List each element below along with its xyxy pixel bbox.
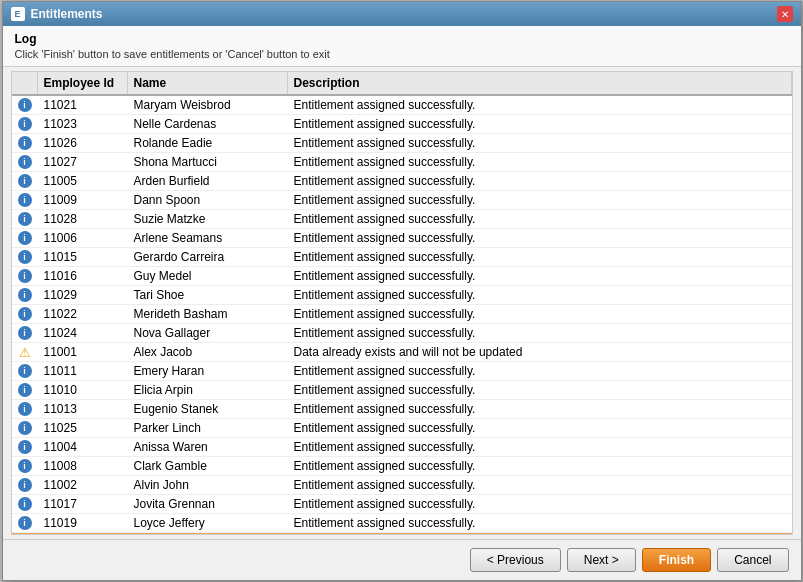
- employee-id-cell: 11022: [38, 305, 128, 323]
- next-button[interactable]: Next >: [567, 548, 636, 572]
- description-cell: Entitlement assigned successfully.: [288, 96, 792, 114]
- employee-id-cell: 11026: [38, 134, 128, 152]
- log-title: Log: [15, 32, 789, 46]
- info-icon: i: [18, 459, 32, 473]
- name-cell: Parker Linch: [128, 419, 288, 437]
- dialog-title: Entitlements: [31, 7, 103, 21]
- table-row: i11004Anissa WarenEntitlement assigned s…: [12, 438, 792, 457]
- table-row: i11011Emery HaranEntitlement assigned su…: [12, 362, 792, 381]
- table-row: i11009Dann SpoonEntitlement assigned suc…: [12, 191, 792, 210]
- table-row: i11025Parker LinchEntitlement assigned s…: [12, 419, 792, 438]
- log-section: Log Click 'Finish' button to save entitl…: [3, 26, 801, 67]
- table-row: i11029Tari ShoeEntitlement assigned succ…: [12, 286, 792, 305]
- name-cell: Shona Martucci: [128, 153, 288, 171]
- employee-id-cell: 11005: [38, 172, 128, 190]
- employee-id-cell: 11011: [38, 362, 128, 380]
- table-row: i11022Merideth BashamEntitlement assigne…: [12, 305, 792, 324]
- employee-id-cell: 11029: [38, 286, 128, 304]
- name-cell: Arden Burfield: [128, 172, 288, 190]
- table-header: Employee Id Name Description: [12, 72, 792, 96]
- cancel-button[interactable]: Cancel: [717, 548, 788, 572]
- info-icon: i: [18, 364, 32, 378]
- entitlements-dialog: E Entitlements ✕ Log Click 'Finish' butt…: [2, 1, 802, 581]
- name-cell: Anissa Waren: [128, 438, 288, 456]
- name-cell: Emery Haran: [128, 362, 288, 380]
- info-icon: i: [18, 174, 32, 188]
- employee-id-cell: 11009: [38, 191, 128, 209]
- table-row: i11021Maryam WeisbrodEntitlement assigne…: [12, 96, 792, 115]
- description-cell: Entitlement assigned successfully.: [288, 419, 792, 437]
- employee-id-cell: 11028: [38, 210, 128, 228]
- employee-id-cell: 11017: [38, 495, 128, 513]
- name-cell: Alvin John: [128, 476, 288, 494]
- info-icon: i: [18, 326, 32, 340]
- name-cell: Nelle Cardenas: [128, 115, 288, 133]
- table-row: i11027Shona MartucciEntitlement assigned…: [12, 153, 792, 172]
- table-row: i11017Jovita GrennanEntitlement assigned…: [12, 495, 792, 514]
- name-cell: Arlene Seamans: [128, 229, 288, 247]
- table-row: i11006Arlene SeamansEntitlement assigned…: [12, 229, 792, 248]
- table-row: i11024Nova GallagerEntitlement assigned …: [12, 324, 792, 343]
- info-icon: i: [18, 212, 32, 226]
- dialog-icon: E: [11, 7, 25, 21]
- header-icon: [12, 72, 38, 94]
- employee-id-cell: 11010: [38, 381, 128, 399]
- name-cell: Tari Shoe: [128, 286, 288, 304]
- description-cell: Entitlement assigned successfully.: [288, 134, 792, 152]
- info-icon: i: [18, 269, 32, 283]
- footer: < Previous Next > Finish Cancel: [3, 539, 801, 580]
- description-cell: Entitlement assigned successfully.: [288, 115, 792, 133]
- close-button[interactable]: ✕: [777, 6, 793, 22]
- finish-button[interactable]: Finish: [642, 548, 711, 572]
- description-cell: Entitlement assigned successfully.: [288, 267, 792, 285]
- description-cell: Entitlement assigned successfully.: [288, 172, 792, 190]
- description-cell: Entitlement assigned successfully.: [288, 362, 792, 380]
- employee-id-cell: 11025: [38, 419, 128, 437]
- employee-id-cell: 11001: [38, 343, 128, 361]
- info-icon: i: [18, 250, 32, 264]
- name-cell: Merideth Basham: [128, 305, 288, 323]
- info-icon: i: [18, 231, 32, 245]
- employee-id-cell: 11021: [38, 96, 128, 114]
- info-icon: i: [18, 136, 32, 150]
- description-cell: Entitlement assigned successfully.: [288, 457, 792, 475]
- description-cell: Entitlement assigned successfully.: [288, 286, 792, 304]
- employee-id-cell: 11019: [38, 514, 128, 532]
- description-cell: Entitlement assigned successfully.: [288, 476, 792, 494]
- description-cell: Entitlement assigned successfully.: [288, 191, 792, 209]
- description-cell: Entitlement assigned successfully.: [288, 400, 792, 418]
- employee-id-cell: 11002: [38, 476, 128, 494]
- table-row: i11019Loyce JefferyEntitlement assigned …: [12, 514, 792, 533]
- employee-id-cell: 11008: [38, 457, 128, 475]
- name-cell: Maryam Weisbrod: [128, 96, 288, 114]
- description-cell: Entitlement assigned successfully.: [288, 438, 792, 456]
- name-cell: Jovita Grennan: [128, 495, 288, 513]
- description-cell: Entitlement assigned successfully.: [288, 153, 792, 171]
- title-bar-left: E Entitlements: [11, 7, 103, 21]
- name-cell: Dann Spoon: [128, 191, 288, 209]
- employee-id-cell: 11015: [38, 248, 128, 266]
- name-cell: Suzie Matzke: [128, 210, 288, 228]
- description-cell: Entitlement assigned successfully.: [288, 495, 792, 513]
- previous-button[interactable]: < Previous: [470, 548, 561, 572]
- info-icon: i: [18, 440, 32, 454]
- description-cell: Entitlement assigned successfully.: [288, 210, 792, 228]
- description-cell: Entitlement assigned successfully.: [288, 514, 792, 532]
- info-icon: i: [18, 516, 32, 530]
- info-icon: i: [18, 155, 32, 169]
- employee-id-cell: 11016: [38, 267, 128, 285]
- employee-id-cell: 11024: [38, 324, 128, 342]
- table-row: i11010Elicia ArpinEntitlement assigned s…: [12, 381, 792, 400]
- description-cell: Entitlement assigned successfully.: [288, 324, 792, 342]
- header-name: Name: [128, 72, 288, 94]
- header-description: Description: [288, 72, 792, 94]
- table-row: ⚠11001Alex JacobData already exists and …: [12, 343, 792, 362]
- description-cell: Entitlement assigned successfully.: [288, 381, 792, 399]
- name-cell: Loyce Jeffery: [128, 514, 288, 532]
- name-cell: Angel Mary: [128, 533, 288, 534]
- name-cell: Rolande Eadie: [128, 134, 288, 152]
- description-cell: Data already exists and will not be upda…: [288, 343, 792, 361]
- info-icon: i: [18, 288, 32, 302]
- table-row: i11003Angel MaryEntitlement assigned suc…: [12, 533, 792, 534]
- description-cell: Entitlement assigned successfully.: [288, 229, 792, 247]
